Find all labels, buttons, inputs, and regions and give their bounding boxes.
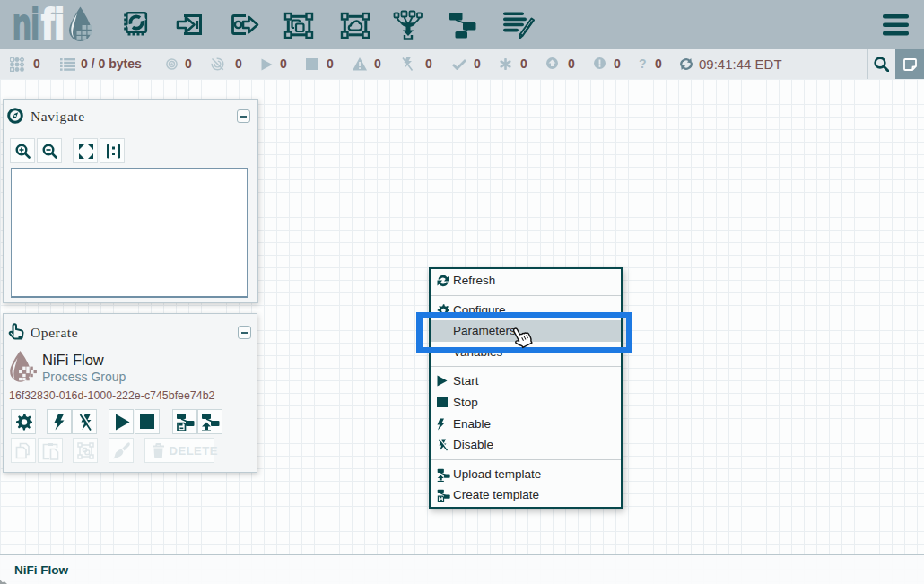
svg-text:fi: fi (41, 0, 65, 49)
svg-text:ni: ni (13, 0, 39, 49)
